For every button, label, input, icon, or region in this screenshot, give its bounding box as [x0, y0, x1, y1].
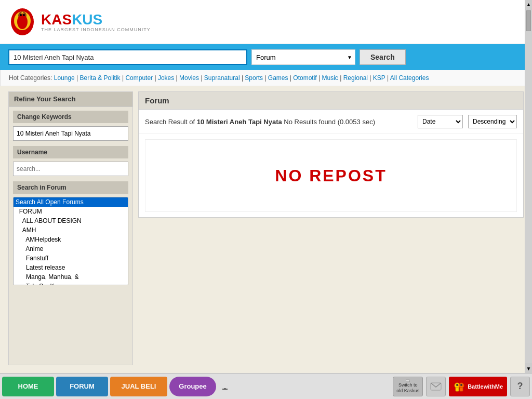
sort-select-wrap: Date Relevance Views Replies	[418, 115, 463, 128]
sidebar-section: Change Keywords 10 Misteri Aneh Tapi Nya…	[9, 107, 132, 295]
forum-option-amhelpdesk[interactable]: AMHelpdesk	[14, 235, 128, 244]
main-area: Refine Your Search Change Keywords 10 Mi…	[0, 86, 532, 370]
logo-area: KAS KUS THE LARGEST INDONESIAN COMMUNITY	[8, 6, 151, 37]
cat-movies[interactable]: Movies	[179, 74, 199, 82]
forum-select[interactable]: Forum	[251, 49, 355, 65]
sort-select[interactable]: Date Relevance Views Replies	[418, 115, 463, 128]
forum-option-manga[interactable]: Manga, Manhua, &	[14, 272, 128, 282]
cat-supranatural[interactable]: Supranatural	[204, 74, 240, 82]
svg-point-18	[460, 384, 462, 386]
content-area: Forum Search Result of 10 Misteri Aneh T…	[138, 91, 524, 365]
upload-arrow-icon	[220, 382, 230, 391]
svg-point-6	[23, 14, 25, 16]
scroll-thumb[interactable]	[526, 10, 531, 31]
home-button[interactable]: HOME	[2, 377, 54, 396]
scroll-track	[525, 9, 532, 364]
forum-option-allaboutdesign[interactable]: ALL ABOUT DESIGN	[14, 216, 128, 225]
result-prefix: Search Result of	[145, 118, 195, 126]
username-input[interactable]	[13, 162, 128, 176]
sidebar-title: Refine Your Search	[9, 92, 132, 107]
forum-option-forum[interactable]: FORUM	[14, 207, 128, 216]
help-icon-button[interactable]: ?	[510, 377, 530, 396]
svg-point-5	[20, 14, 22, 16]
search-bar: 10 Misteri Aneh Tapi Nyata Forum ▼ Searc…	[0, 44, 532, 70]
cat-otomotif[interactable]: Otomotif	[293, 74, 316, 82]
cat-all[interactable]: All Categories	[390, 74, 429, 82]
scroll-down-button[interactable]: ▼	[525, 364, 532, 373]
jualbeli-button[interactable]: JUAL BELI	[110, 377, 167, 396]
header: KAS KUS THE LARGEST INDONESIAN COMMUNITY	[0, 0, 532, 44]
search-in-forum-section: Search in Forum Search All Open Forums F…	[13, 181, 128, 285]
search-result-bar: Search Result of 10 Misteri Aneh Tapi Ny…	[139, 110, 523, 134]
cat-lounge[interactable]: Lounge	[54, 74, 75, 82]
cat-sports[interactable]: Sports	[245, 74, 263, 82]
battleme-label: BattlewithMe	[468, 383, 503, 390]
forum-select-wrap: Forum ▼	[251, 49, 355, 65]
result-text: Search Result of 10 Misteri Aneh Tapi Ny…	[145, 118, 413, 126]
upload-icon-btn	[220, 382, 230, 391]
forum-option-latest[interactable]: Latest release	[14, 263, 128, 272]
cat-computer[interactable]: Computer	[125, 74, 153, 82]
forum-list-wrap: Search All Open Forums FORUM ALL ABOUT D…	[13, 197, 128, 285]
taskbar-right: Switch toold Kaskus BattlewithMe ?	[393, 377, 530, 396]
logo-tagline: THE LARGEST INDONESIAN COMMUNITY	[41, 27, 151, 32]
taskbar: HOME FORUM JUAL BELI Groupee Switch tool…	[0, 373, 532, 399]
logo-kus: KUS	[72, 11, 102, 28]
switch-to-old-button[interactable]: Switch toold Kaskus	[393, 377, 423, 396]
hot-categories-label: Hot Categories:	[9, 74, 52, 82]
username-section: Username	[13, 146, 128, 176]
change-keywords-section: Change Keywords 10 Misteri Aneh Tapi Nya…	[13, 111, 128, 141]
no-repost-text: NO REPOST	[275, 166, 387, 185]
search-in-forum-label: Search in Forum	[13, 181, 128, 194]
order-select[interactable]: Descending Ascending	[468, 115, 517, 128]
cat-games[interactable]: Games	[268, 74, 288, 82]
result-keyword: 10 Misteri Aneh Tapi Nyata	[197, 118, 282, 126]
svg-rect-19	[460, 388, 463, 391]
cat-music[interactable]: Music	[322, 74, 338, 82]
svg-rect-16	[456, 388, 459, 391]
cat-berita[interactable]: Berita & Politik	[80, 74, 121, 82]
forum-option-amh[interactable]: AMH	[14, 225, 128, 235]
change-keywords-label: Change Keywords	[13, 111, 128, 123]
help-icon: ?	[517, 381, 523, 392]
forum-option-all[interactable]: Search All Open Forums	[14, 197, 128, 207]
cat-jokes[interactable]: Jokes	[158, 74, 174, 82]
cat-regional[interactable]: Regional	[343, 74, 368, 82]
result-suffix: No Results found (0.0053 sec)	[284, 118, 375, 126]
mail-icon-button[interactable]	[426, 377, 446, 396]
order-select-wrap: Descending Ascending	[468, 115, 517, 128]
search-input[interactable]: 10 Misteri Aneh Tapi Nyata	[8, 49, 247, 65]
svg-marker-7	[224, 383, 226, 389]
forum-option-tokuseka[interactable]: TokuSenKa	[14, 282, 128, 285]
logo-text-area: KAS KUS THE LARGEST INDONESIAN COMMUNITY	[41, 11, 151, 32]
forum-option-anime[interactable]: Anime	[14, 244, 128, 254]
forum-option-fanstuff[interactable]: Fanstuff	[14, 254, 128, 263]
switch-label: Switch toold Kaskus	[396, 382, 419, 394]
svg-rect-10	[406, 380, 409, 381]
sidebar: Refine Your Search Change Keywords 10 Mi…	[8, 91, 133, 365]
groupee-button[interactable]: Groupee	[169, 377, 216, 396]
keywords-input[interactable]: 10 Misteri Aneh Tapi Nyata	[13, 126, 128, 141]
hot-categories: Hot Categories: Lounge | Berita & Politi…	[0, 70, 532, 86]
forum-box-header: Forum	[139, 92, 523, 110]
forum-listbox[interactable]: Search All Open Forums FORUM ALL ABOUT D…	[13, 197, 128, 285]
forum-button[interactable]: FORUM	[56, 377, 108, 396]
logo-icon	[8, 6, 37, 37]
mail-icon	[430, 382, 442, 391]
no-repost-area: NO REPOST	[145, 139, 517, 212]
battleme-icon	[453, 381, 466, 392]
svg-rect-8	[222, 389, 228, 390]
scrollbar: ▲ ▼	[525, 0, 532, 373]
svg-point-15	[456, 384, 458, 386]
search-button[interactable]: Search	[360, 49, 406, 65]
logo-kas: KAS	[41, 11, 72, 28]
svg-point-3	[17, 15, 28, 29]
scroll-up-button[interactable]: ▲	[525, 0, 532, 9]
cat-ksp[interactable]: KSP	[373, 74, 385, 82]
battleme-button[interactable]: BattlewithMe	[449, 377, 507, 396]
forum-box: Forum Search Result of 10 Misteri Aneh T…	[138, 91, 524, 218]
username-label: Username	[13, 146, 128, 158]
